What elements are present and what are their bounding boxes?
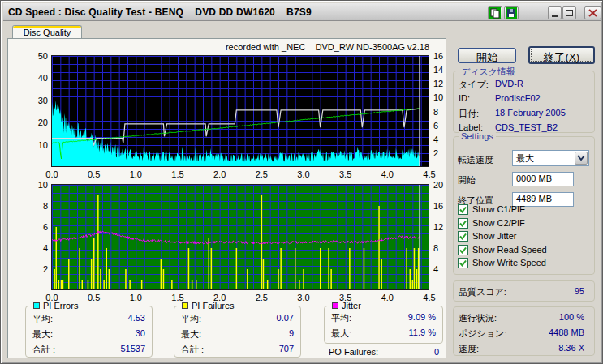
progress-groupbox: 進行状況: 100 % ポジション: 4488 MB 速度: 8.36 X <box>453 306 595 356</box>
transfer-speed-value: 最大 <box>516 152 534 165</box>
checkbox-icon <box>458 231 468 242</box>
pi-errors-title: PI Errors <box>43 301 78 310</box>
stat-label: 合計 : <box>181 344 204 356</box>
tab-disc-quality[interactable]: Disc Quality <box>12 25 82 39</box>
copy-to-clipboard-button[interactable] <box>488 6 502 19</box>
stat-label: 最大: <box>32 328 53 340</box>
pi-failures-jitter-chart <box>51 184 429 290</box>
window-title: CD Speed : Disc Quality Test - BENQ DVD … <box>3 6 312 18</box>
speed-value: 8.36 X <box>519 343 584 353</box>
stat-value: 707 <box>221 344 294 353</box>
jitter-legend: Jitter <box>329 301 364 310</box>
settings-title: Settings <box>459 131 496 141</box>
end-position-value: 4489 MB <box>516 194 552 203</box>
stat-value: 11.9 % <box>371 328 436 337</box>
stat-value: 9.09 % <box>371 312 436 322</box>
disc-id-value: ProdiscF02 <box>495 93 541 103</box>
start-position-value: 0000 MB <box>516 173 552 183</box>
po-failures-value: 0 <box>374 347 439 357</box>
clipboard-copy-icon <box>489 7 501 19</box>
checkbox-label: Show C1/PIE <box>472 204 525 214</box>
title-bar[interactable]: CD Speed : Disc Quality Test - BENQ DVD … <box>3 3 601 21</box>
stat-value: 51537 <box>72 344 145 353</box>
checkbox-label: Show Write Speed <box>472 258 546 268</box>
checkbox-label: Show Read Speed <box>472 245 547 255</box>
pi-errors-statbox: PI Errors 平均: 4.53 最大: 30 合計 : 51537 <box>25 306 153 358</box>
disc-date-label: 日付: <box>459 108 479 120</box>
progress-label: 進行状況: <box>459 312 497 324</box>
checkbox-icon <box>458 258 468 268</box>
pi-failures-legend: PI Failures <box>179 301 237 310</box>
disc-label-value: CDS_TEST_B2 <box>495 122 558 132</box>
start-button-label: 開始 <box>476 51 498 63</box>
stat-label: 平均: <box>181 313 201 325</box>
stat-label: 平均: <box>331 312 351 324</box>
pi-errors-speed-chart <box>51 55 429 167</box>
combo-dropdown-button[interactable] <box>575 152 588 165</box>
disc-date-value: 18 February 2005 <box>495 108 566 118</box>
start-button[interactable]: 開始 <box>458 48 516 63</box>
minimize-icon <box>552 15 558 17</box>
stat-value: 4.53 <box>72 313 145 323</box>
checkbox-show-jitter[interactable]: Show Jitter <box>458 231 592 242</box>
pi-failures-swatch <box>182 302 188 309</box>
disc-info-title: ディスク情報 <box>459 66 518 78</box>
disc-id-label: ID: <box>459 93 470 103</box>
close-button[interactable] <box>584 6 601 19</box>
jitter-swatch <box>332 302 338 309</box>
pi-failures-title: PI Failures <box>192 301 235 310</box>
quality-score-groupbox: 品質スコア: 95 <box>453 280 595 302</box>
checkbox-show-read-speed[interactable]: Show Read Speed <box>458 245 592 256</box>
stat-label: 平均: <box>32 313 53 325</box>
jitter-title: Jitter <box>342 301 361 310</box>
checkbox-show-c1-pie[interactable]: Show C1/PIE <box>458 204 592 216</box>
exit-accel-key: X <box>569 51 576 63</box>
stat-label: 合計 : <box>32 344 55 356</box>
checkbox-show-c2-pif[interactable]: Show C2/PIF <box>458 218 592 229</box>
checkbox-show-write-speed[interactable]: Show Write Speed <box>458 258 592 269</box>
stat-label: 最大: <box>331 328 351 340</box>
stat-value: 9 <box>221 328 294 338</box>
exit-button-label: 終了( <box>544 51 569 63</box>
disc-type-value: DVD-R <box>495 79 523 88</box>
stat-label: 最大: <box>181 328 201 340</box>
position-value: 4488 MB <box>519 328 584 337</box>
transfer-speed-label: 転送速度 <box>458 154 493 166</box>
start-position-field[interactable]: 0000 MB <box>512 172 574 186</box>
save-button[interactable] <box>504 6 519 19</box>
pi-errors-legend: PI Errors <box>31 301 80 310</box>
start-position-label: 開始 <box>458 174 476 186</box>
stat-value: 30 <box>72 328 145 338</box>
tab-label: Disc Quality <box>24 28 71 37</box>
position-label: ポジション: <box>459 328 506 340</box>
progress-value: 100 % <box>519 312 584 322</box>
quality-score-label: 品質スコア: <box>459 286 506 298</box>
checkbox-icon <box>458 245 468 255</box>
speed-label: 速度: <box>459 343 479 355</box>
maximize-icon <box>566 10 573 16</box>
jitter-statbox: Jitter 平均: 9.09 % 最大: 11.9 % <box>324 306 443 344</box>
maximize-button[interactable] <box>562 6 576 19</box>
disc-info-groupbox: ディスク情報 タイプ: DVD-R ID: ProdiscF02 日付: 18 … <box>453 71 595 133</box>
stat-value: 0.07 <box>221 313 294 323</box>
po-failures-label: PO Failures: <box>329 347 378 357</box>
checkbox-icon <box>458 204 468 215</box>
recorded-with-text: recorded with _NEC DVD_RW ND-3500AG v2.1… <box>204 42 429 52</box>
quality-score-value: 95 <box>536 286 584 296</box>
checkbox-label: Show C2/PIF <box>472 218 525 228</box>
checkbox-label: Show Jitter <box>472 231 516 241</box>
pi-failures-statbox: PI Failures 平均: 0.07 最大: 9 合計 : 707 <box>174 306 301 358</box>
floppy-save-icon <box>506 7 517 19</box>
chevron-down-icon <box>577 155 585 161</box>
transfer-speed-select[interactable]: 最大 <box>512 150 589 166</box>
pi-errors-swatch <box>33 302 40 309</box>
exit-button-label-close: ) <box>576 51 579 63</box>
app-window: CD Speed : Disc Quality Test - BENQ DVD … <box>0 0 603 364</box>
checkbox-icon <box>458 218 468 229</box>
close-icon <box>588 9 597 17</box>
exit-button[interactable]: 終了(X) <box>528 46 595 64</box>
disc-type-label: タイプ: <box>459 79 489 91</box>
minimize-button[interactable] <box>548 6 562 19</box>
